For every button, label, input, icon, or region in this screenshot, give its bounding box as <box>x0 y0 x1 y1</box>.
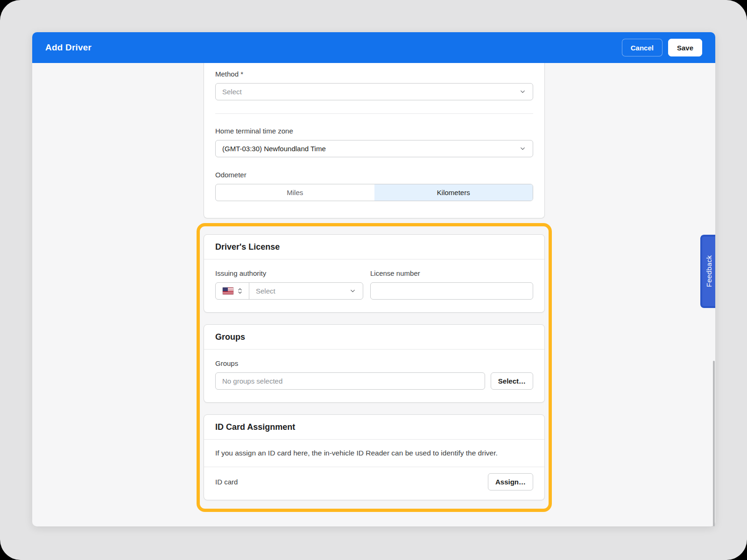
header-actions: Cancel Save <box>622 39 702 56</box>
chevron-down-icon <box>519 145 526 152</box>
feedback-tab-label: Feedback <box>705 255 713 287</box>
unfold-more-icon <box>237 287 243 294</box>
id-card-description: If you assign an ID card here, the in-ve… <box>204 440 544 467</box>
groups-input[interactable] <box>215 372 485 390</box>
driver-settings-card: Method * Select Home terminal time zone … <box>204 63 545 218</box>
highlighted-section: Driver's License Issuing authority <box>197 223 552 512</box>
screen: Add Driver Cancel Save Method * Select <box>0 0 747 560</box>
method-select-value: Select <box>222 88 242 96</box>
issuing-authority-control: Select <box>215 282 363 300</box>
groups-body: Groups Select… <box>204 350 544 402</box>
drivers-license-header: Driver's License <box>204 235 544 259</box>
license-number-label: License number <box>370 269 533 277</box>
issuing-authority-label: Issuing authority <box>215 269 363 277</box>
method-label: Method * <box>215 70 533 78</box>
issuing-authority-select[interactable]: Select <box>249 283 363 299</box>
odometer-option-miles[interactable]: Miles <box>216 184 374 201</box>
chevron-down-icon <box>519 88 526 95</box>
modal-header: Add Driver Cancel Save <box>32 32 715 63</box>
groups-title: Groups <box>215 332 245 342</box>
drivers-license-body: Issuing authority <box>204 259 544 312</box>
id-card-title: ID Card Assignment <box>215 422 295 432</box>
id-card-label: ID card <box>215 478 238 486</box>
drivers-license-title: Driver's License <box>215 242 280 252</box>
modal-content: Method * Select Home terminal time zone … <box>32 63 715 526</box>
page-title: Add Driver <box>45 42 92 53</box>
form-column: Method * Select Home terminal time zone … <box>204 63 545 512</box>
odometer-option-kilometers[interactable]: Kilometers <box>374 184 533 201</box>
groups-card: Groups Groups Select… <box>204 324 545 403</box>
id-card-row: ID card Assign… <box>204 467 544 500</box>
add-driver-modal: Add Driver Cancel Save Method * Select <box>32 32 715 526</box>
method-select[interactable]: Select <box>215 83 533 100</box>
us-flag-icon <box>222 287 234 295</box>
section-divider <box>215 113 533 114</box>
id-card-header: ID Card Assignment <box>204 415 544 439</box>
odometer-label: Odometer <box>215 171 533 179</box>
country-selector[interactable] <box>216 283 249 299</box>
save-button[interactable]: Save <box>668 39 702 56</box>
id-card-assignment-card: ID Card Assignment If you assign an ID c… <box>204 414 545 500</box>
feedback-tab[interactable]: Feedback <box>700 235 715 308</box>
id-card-assign-button[interactable]: Assign… <box>488 473 533 490</box>
timezone-select-value: (GMT-03:30) Newfoundland Time <box>222 145 326 153</box>
timezone-label: Home terminal time zone <box>215 127 533 135</box>
vertical-scrollbar[interactable] <box>713 361 715 526</box>
license-number-input[interactable] <box>370 282 533 300</box>
odometer-toggle: Miles Kilometers <box>215 184 533 201</box>
groups-label: Groups <box>215 359 533 367</box>
timezone-select[interactable]: (GMT-03:30) Newfoundland Time <box>215 140 533 157</box>
groups-header: Groups <box>204 325 544 349</box>
cancel-button[interactable]: Cancel <box>622 39 662 56</box>
chevron-down-icon <box>349 287 356 294</box>
groups-select-button[interactable]: Select… <box>491 372 533 390</box>
issuing-authority-value: Select <box>256 287 275 295</box>
drivers-license-card: Driver's License Issuing authority <box>204 234 545 313</box>
